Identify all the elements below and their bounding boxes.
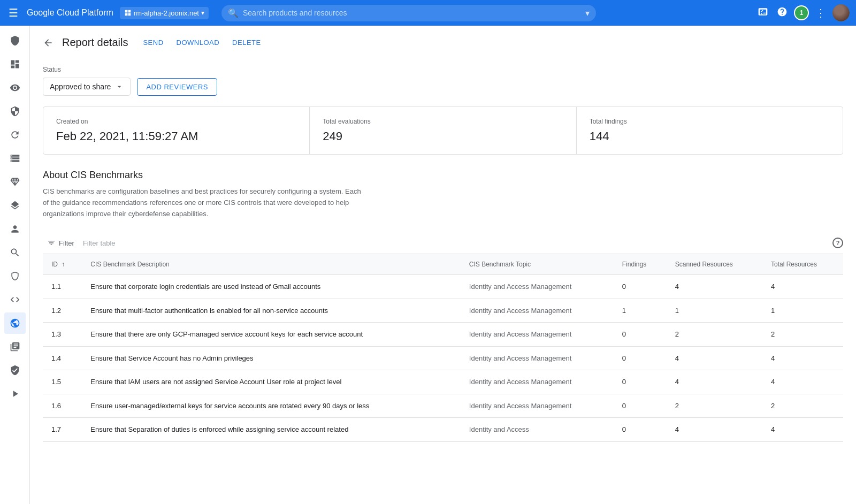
sidebar-item-security[interactable]: [4, 101, 26, 122]
avatar[interactable]: [832, 4, 850, 21]
sidebar-item-arrow-right[interactable]: [4, 383, 26, 404]
cell-topic: Identity and Access Management: [461, 275, 614, 299]
search-input[interactable]: [243, 9, 581, 17]
table-row[interactable]: 1.6 Ensure user-managed/external keys fo…: [43, 394, 843, 418]
sidebar-item-shield2[interactable]: [4, 265, 26, 287]
cell-findings: 0: [614, 323, 667, 347]
search-expand-icon[interactable]: ▾: [585, 8, 590, 18]
cell-total: 4: [762, 370, 843, 394]
brand-name: Google Cloud Platform: [27, 8, 113, 18]
console-icon[interactable]: [755, 4, 770, 22]
cell-id: 1.3: [43, 323, 82, 347]
top-navigation: ☰ Google Cloud Platform rm-alpha-2.jooni…: [0, 0, 856, 26]
sidebar-item-refresh[interactable]: [4, 124, 26, 146]
cell-total: 1: [762, 299, 843, 323]
sidebar-item-layers[interactable]: [4, 195, 26, 216]
add-reviewers-button[interactable]: ADD REVIEWERS: [137, 78, 217, 96]
hamburger-menu[interactable]: ☰: [6, 4, 20, 21]
cell-scanned: 4: [667, 346, 762, 370]
cell-topic: Identity and Access Management: [461, 299, 614, 323]
status-label: Status: [43, 66, 843, 73]
sidebar-item-dashboard[interactable]: [4, 54, 26, 75]
cell-id: 1.6: [43, 394, 82, 418]
filter-button[interactable]: Filter: [43, 236, 79, 249]
filter-label: Filter: [59, 239, 74, 247]
cell-scanned: 4: [667, 370, 762, 394]
cell-scanned: 2: [667, 394, 762, 418]
cell-findings: 0: [614, 346, 667, 370]
col-total: Total Resources: [762, 254, 843, 275]
project-name: rm-alpha-2.joonix.net: [134, 9, 199, 17]
download-button[interactable]: DOWNLOAD: [174, 36, 222, 49]
sidebar-item-shield3[interactable]: [4, 360, 26, 381]
help-icon[interactable]: [775, 4, 790, 22]
status-dropdown[interactable]: Approved to share: [43, 78, 131, 96]
filter-bar: Filter Filter table ?: [43, 232, 843, 254]
project-selector[interactable]: rm-alpha-2.joonix.net ▾: [120, 7, 209, 19]
sidebar-item-code[interactable]: [4, 289, 26, 310]
cell-total: 4: [762, 418, 843, 442]
table-help-icon[interactable]: ?: [832, 238, 843, 248]
cell-description: Ensure that there are only GCP-managed s…: [82, 323, 460, 347]
project-dropdown-icon: ▾: [201, 9, 204, 17]
brand-logo: Google Cloud Platform: [27, 8, 113, 18]
table-row[interactable]: 1.4 Ensure that Service Account has no A…: [43, 346, 843, 370]
created-on-card: Created on Feb 22, 2021, 11:59:27 AM: [43, 107, 310, 154]
back-button[interactable]: [43, 37, 54, 48]
total-evaluations-value: 249: [323, 129, 563, 143]
cell-id: 1.2: [43, 299, 82, 323]
created-on-label: Created on: [56, 118, 296, 125]
cell-scanned: 2: [667, 323, 762, 347]
search-icon: 🔍: [228, 8, 239, 18]
table-row[interactable]: 1.1 Ensure that corporate login credenti…: [43, 275, 843, 299]
cell-description: Ensure that IAM users are not assigned S…: [82, 370, 460, 394]
cell-total: 4: [762, 275, 843, 299]
col-topic: CIS Benchmark Topic: [461, 254, 614, 275]
cell-description: Ensure that Separation of duties is enfo…: [82, 418, 460, 442]
total-evaluations-card: Total evaluations 249: [310, 107, 576, 154]
data-table: ID ↑ CIS Benchmark Description CIS Bench…: [43, 254, 843, 442]
col-findings: Findings: [614, 254, 667, 275]
sidebar-item-search-circle[interactable]: [4, 242, 26, 263]
more-options-icon[interactable]: ⋮: [813, 4, 828, 21]
cell-findings: 1: [614, 299, 667, 323]
total-findings-value: 144: [590, 129, 830, 143]
col-id[interactable]: ID ↑: [43, 254, 82, 275]
send-button[interactable]: SEND: [141, 36, 165, 49]
cell-total: 2: [762, 394, 843, 418]
notification-badge[interactable]: 1: [794, 5, 809, 20]
about-title: About CIS Benchmarks: [43, 170, 843, 181]
sidebar-item-search-list[interactable]: [4, 336, 26, 357]
cell-findings: 0: [614, 370, 667, 394]
svg-rect-3: [128, 13, 131, 16]
sidebar-item-globe[interactable]: [4, 312, 26, 334]
filter-placeholder[interactable]: Filter table: [83, 239, 116, 247]
sidebar-item-visibility[interactable]: [4, 77, 26, 98]
sidebar-item-shield[interactable]: [4, 30, 26, 51]
created-on-value: Feb 22, 2021, 11:59:27 AM: [56, 129, 296, 143]
sidebar-item-person[interactable]: [4, 218, 26, 240]
sort-arrow-icon: ↑: [62, 261, 65, 268]
cell-total: 4: [762, 346, 843, 370]
status-value: Approved to share: [50, 82, 111, 91]
sidebar-item-storage[interactable]: [4, 148, 26, 169]
status-row: Approved to share ADD REVIEWERS: [43, 78, 843, 96]
svg-rect-1: [128, 10, 131, 13]
cell-topic: Identity and Access Management: [461, 370, 614, 394]
table-row[interactable]: 1.2 Ensure that multi-factor authenticat…: [43, 299, 843, 323]
table-row[interactable]: 1.5 Ensure that IAM users are not assign…: [43, 370, 843, 394]
delete-button[interactable]: DELETE: [230, 36, 263, 49]
cell-findings: 0: [614, 275, 667, 299]
col-description: CIS Benchmark Description: [82, 254, 460, 275]
sidebar-item-diamond[interactable]: [4, 171, 26, 193]
cell-findings: 0: [614, 394, 667, 418]
total-findings-label: Total findings: [590, 118, 830, 125]
cell-id: 1.1: [43, 275, 82, 299]
table-row[interactable]: 1.3 Ensure that there are only GCP-manag…: [43, 323, 843, 347]
cell-id: 1.5: [43, 370, 82, 394]
total-findings-card: Total findings 144: [577, 107, 843, 154]
status-section: Status Approved to share ADD REVIEWERS: [43, 66, 843, 96]
table-row[interactable]: 1.7 Ensure that Separation of duties is …: [43, 418, 843, 442]
page-title: Report details: [62, 36, 128, 49]
search-bar[interactable]: 🔍 ▾: [221, 5, 596, 21]
